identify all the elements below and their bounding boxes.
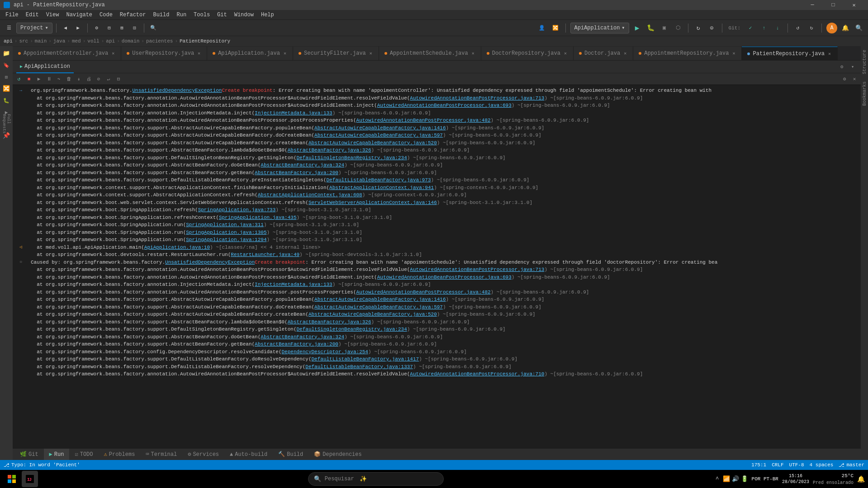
clear-btn[interactable]: 🗑 xyxy=(64,75,73,84)
update-btn[interactable]: ↻ xyxy=(693,23,704,33)
tab-patient-repository[interactable]: PatientRepository.java ✕ xyxy=(742,47,837,60)
sidebar-debug-icon[interactable]: 🐛 xyxy=(1,95,12,106)
maximize-button[interactable]: □ xyxy=(823,0,844,10)
resume-btn[interactable]: ▶ xyxy=(34,75,43,84)
tab-close-icon[interactable]: ✕ xyxy=(623,50,627,57)
breadcrumb-pacientes[interactable]: pacientes xyxy=(146,38,173,44)
tab-appointment-repository[interactable]: AppointmentRepository.java ✕ xyxy=(633,47,742,60)
exception-link[interactable]: UnsatisfiedDependencyException xyxy=(165,259,255,266)
tray-chevron[interactable]: ^ xyxy=(714,475,721,483)
stack-link[interactable]: DefaultListableBeanFactory.java:1337 xyxy=(305,363,413,371)
minimize-button[interactable]: — xyxy=(802,0,823,10)
clock-widget[interactable]: 15:16 28/06/2023 xyxy=(782,473,809,485)
run-button[interactable]: ▶ xyxy=(632,23,643,33)
menu-file[interactable]: File xyxy=(2,10,22,20)
menu-edit[interactable]: Edit xyxy=(22,10,43,20)
run-tab-active[interactable]: ▶ ApiApplication xyxy=(16,61,74,73)
breadcrumb-main[interactable]: main xyxy=(35,38,47,44)
tab-user-repository[interactable]: UserRepository.java ✕ xyxy=(121,47,207,60)
toolbar-settings-btn[interactable]: ⚙ xyxy=(91,23,102,33)
stack-link[interactable]: AbstractAutowireCapableBeanFactory.java:… xyxy=(308,311,437,318)
status-branch[interactable]: ⎇ Typo: In word 'Pacient' xyxy=(4,462,80,468)
rerun-btn[interactable]: ↺ xyxy=(14,75,24,84)
bookmarks-label[interactable]: Bookmarks xyxy=(862,78,867,109)
stack-link[interactable]: DependencyDescriptor.java:254 xyxy=(282,348,368,356)
breadcrumb-domain[interactable]: domain xyxy=(122,38,140,44)
notification-center-icon[interactable]: 🔔 xyxy=(857,475,864,483)
undo-btn[interactable]: ↺ xyxy=(792,23,803,33)
tab-close-icon[interactable]: ✕ xyxy=(731,50,736,57)
taskbar-search[interactable]: 🔍 Pesquisar ✨ xyxy=(308,472,444,486)
stack-link[interactable]: AbstractAutowireCapableBeanFactory.java:… xyxy=(314,132,443,139)
run-panel-settings-btn[interactable]: ⚙ xyxy=(840,75,849,84)
tab-appointment-controller[interactable]: AppointmentController.java ✕ xyxy=(13,47,121,60)
sidebar-project-icon[interactable]: 📁 xyxy=(1,48,12,59)
stack-link[interactable]: AutowiredAnnotationBeanPostProcessor.jav… xyxy=(356,289,491,296)
run-config-selector[interactable]: ApiApplication ▾ xyxy=(570,23,629,33)
wrap-btn[interactable]: ↵ xyxy=(104,75,113,84)
toolbar-back-btn[interactable]: ◀ xyxy=(60,23,71,33)
stack-link[interactable]: ApiApplication.java:10 xyxy=(144,244,210,251)
line-gutter[interactable]: → xyxy=(13,87,29,94)
exception-link[interactable]: UnsatisfiedDependencyException xyxy=(132,87,222,95)
menu-window[interactable]: Window xyxy=(231,10,257,20)
tab-close-icon[interactable]: ✕ xyxy=(471,50,475,57)
breadcrumb-java[interactable]: java xyxy=(53,38,65,44)
breadcrumb-api[interactable]: api xyxy=(4,38,13,44)
tab-close-icon[interactable]: ✕ xyxy=(111,50,115,57)
stack-link[interactable]: AutowiredAnnotationBeanPostProcessor.jav… xyxy=(410,370,544,378)
breadcrumb-src[interactable]: src xyxy=(19,38,28,44)
print-btn[interactable]: 🖨 xyxy=(84,75,93,84)
tab-security-filter[interactable]: SecurityFilter.java ✕ xyxy=(293,47,379,60)
pause-btn[interactable]: ⏸ xyxy=(44,75,53,84)
tab-api-application[interactable]: ApiApplication.java ✕ xyxy=(207,47,293,60)
toolbar-vcs-btn[interactable]: 🔀 xyxy=(550,23,561,33)
breadcrumb-api2[interactable]: api xyxy=(106,38,115,44)
menu-git[interactable]: Git xyxy=(213,10,231,20)
status-encoding[interactable]: UTF-8 xyxy=(789,462,804,468)
stack-link[interactable]: DefaultListableBeanFactory.java:973 xyxy=(327,176,431,184)
user-avatar-btn[interactable]: A xyxy=(826,23,837,33)
breadcrumb-patient-repo[interactable]: PatientRepository xyxy=(180,38,230,44)
tab-close-icon[interactable]: ✕ xyxy=(563,50,568,57)
run-settings-btn[interactable]: ⚙ xyxy=(837,62,846,71)
debug-button[interactable]: 🐛 xyxy=(645,23,656,33)
filter-btn[interactable]: ⊘ xyxy=(94,75,103,84)
coverage-button[interactable]: ▣ xyxy=(659,23,670,33)
fold-btn[interactable]: ⊟ xyxy=(114,75,123,84)
tab-services[interactable]: ⚙ Services xyxy=(182,449,224,460)
stack-link[interactable]: AbstractBeanFactory.java:324 xyxy=(261,333,344,341)
status-indent[interactable]: 4 spaces xyxy=(810,462,834,468)
stack-link[interactable]: InjectionMetadata.java:133 xyxy=(255,281,332,289)
tab-close-icon[interactable]: ✕ xyxy=(827,51,832,57)
git-check-btn[interactable]: ✓ xyxy=(745,23,756,33)
project-selector[interactable]: Project ▾ xyxy=(16,23,52,33)
tab-terminal[interactable]: ⌨ Terminal xyxy=(140,449,182,460)
menu-help[interactable]: Help xyxy=(257,10,278,20)
stack-link[interactable]: AbstractAutowireCapableBeanFactory.java:… xyxy=(314,303,443,311)
tab-build[interactable]: 🔨 Build xyxy=(273,449,308,460)
stack-link[interactable]: AbstractBeanFactory.java:326 xyxy=(288,147,371,154)
toolbar-split-btn[interactable]: ⊡ xyxy=(129,23,140,33)
toolbar-layout-btn[interactable]: ⊟ xyxy=(104,23,115,33)
search-everywhere-btn[interactable]: 🔍 xyxy=(854,23,864,33)
breakpoint-label[interactable]: Create breakpoint xyxy=(222,87,272,95)
stack-link[interactable]: InjectionMetadata.java:133 xyxy=(255,109,332,117)
stack-link[interactable]: DefaultListableBeanFactory.java:1417 xyxy=(312,355,419,363)
toolbar-forward-btn[interactable]: ▶ xyxy=(73,23,84,33)
tab-git[interactable]: 🌿 Git xyxy=(14,449,44,460)
sidebar-pin-icon[interactable]: 📌 xyxy=(1,130,12,141)
menu-code[interactable]: Code xyxy=(96,10,116,20)
history-btn[interactable]: ⊙ xyxy=(707,23,717,33)
close-button[interactable]: ✕ xyxy=(844,0,864,10)
stack-link[interactable]: SpringApplication.java:1305 xyxy=(186,229,266,237)
menu-run[interactable]: Run xyxy=(173,10,190,20)
profile-run-button[interactable]: ⬡ xyxy=(673,23,683,33)
tab-appointment-schedule[interactable]: AppointmentSchedule.java ✕ xyxy=(379,47,481,60)
menu-refactor[interactable]: Refactor xyxy=(116,10,150,20)
status-git-branch[interactable]: ⎇ master xyxy=(839,462,864,468)
git-pull-btn[interactable]: ↓ xyxy=(772,23,783,33)
breadcrumb-med[interactable]: med xyxy=(72,38,81,44)
tray-network-icon[interactable]: 📶 xyxy=(723,475,730,483)
sidebar-full-requests-icon[interactable]: Full Requests xyxy=(3,118,10,129)
